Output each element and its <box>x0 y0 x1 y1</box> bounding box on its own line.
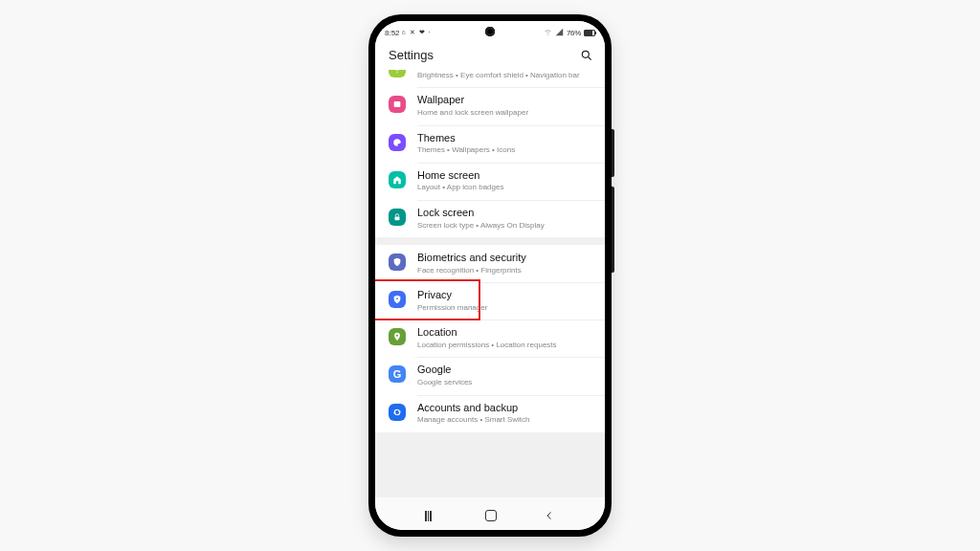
navigation-bar <box>375 501 605 530</box>
row-subtitle: Face recognition • Fingerprints <box>417 266 591 276</box>
row-subtitle: Google services <box>417 378 591 387</box>
settings-row-privacy[interactable]: PrivacyPermission manager <box>375 282 605 320</box>
row-label: Home screen <box>417 169 591 183</box>
settings-header: Settings <box>375 42 605 70</box>
battery-percent: 76% <box>567 29 581 37</box>
svg-point-9 <box>396 298 398 299</box>
settings-row-lockscreen[interactable]: Lock screenScreen lock type • Always On … <box>375 200 605 237</box>
row-subtitle: Screen lock type • Always On Display <box>417 221 591 231</box>
settings-row-display[interactable]: Brightness • Eye comfort shield • Naviga… <box>375 70 605 87</box>
row-text: ThemesThemes • Wallpapers • Icons <box>417 132 591 156</box>
row-label: Themes <box>417 132 591 145</box>
location-icon <box>389 328 406 345</box>
row-label: Lock screen <box>417 207 591 220</box>
wifi-icon <box>544 28 552 38</box>
svg-rect-7 <box>394 101 401 107</box>
row-text: Lock screenScreen lock type • Always On … <box>417 207 591 231</box>
settings-row-location[interactable]: LocationLocation permissions • Location … <box>375 320 605 357</box>
phone-frame: 8:52 ⌂ ✕ ❤ · 76% Settings Brightness • E… <box>368 14 612 537</box>
row-text: Biometrics and securityFace recognition … <box>417 252 591 276</box>
row-label: Accounts and backup <box>417 402 591 415</box>
row-label: Google <box>417 364 591 377</box>
display-icon <box>389 70 406 77</box>
svg-point-0 <box>582 51 589 57</box>
row-subtitle: Brightness • Eye comfort shield • Naviga… <box>417 71 591 80</box>
settings-group: Biometrics and securityFace recognition … <box>375 245 605 432</box>
row-subtitle: Manage accounts • Smart Switch <box>417 415 591 425</box>
row-subtitle: Layout • App icon badges <box>417 183 591 192</box>
privacy-icon <box>389 291 406 308</box>
search-icon[interactable] <box>580 49 593 62</box>
row-text: Brightness • Eye comfort shield • Naviga… <box>417 70 591 80</box>
row-text: Accounts and backupManage accounts • Sma… <box>417 402 591 426</box>
row-label: Privacy <box>417 289 591 302</box>
row-subtitle: Themes • Wallpapers • Icons <box>417 145 591 155</box>
phone-side-button <box>612 129 614 177</box>
settings-row-themes[interactable]: ThemesThemes • Wallpapers • Icons <box>375 125 605 163</box>
svg-point-2 <box>395 70 398 71</box>
accounts-icon <box>389 404 406 421</box>
row-text: PrivacyPermission manager <box>417 289 591 313</box>
homescreen-icon <box>389 171 406 188</box>
svg-rect-8 <box>395 216 400 220</box>
settings-row-google[interactable]: GGoogleGoogle services <box>375 357 605 394</box>
phone-side-button <box>612 187 614 273</box>
signal-icon <box>555 28 564 38</box>
front-camera-cutout <box>485 27 495 36</box>
row-subtitle: Home and lock screen wallpaper <box>417 108 591 118</box>
battery-icon <box>584 30 595 36</box>
nav-home-button[interactable] <box>485 510 497 521</box>
svg-line-1 <box>589 56 591 59</box>
row-subtitle: Location permissions • Location requests <box>417 341 591 350</box>
row-text: GoogleGoogle services <box>417 364 591 387</box>
row-label: Location <box>417 326 591 340</box>
row-label: Wallpaper <box>417 94 591 107</box>
page-title: Settings <box>389 48 434 62</box>
row-text: Home screenLayout • App icon badges <box>417 169 591 193</box>
themes-icon <box>389 134 406 151</box>
svg-point-10 <box>396 335 398 337</box>
settings-row-biometrics[interactable]: Biometrics and securityFace recognition … <box>375 245 605 282</box>
row-label: Biometrics and security <box>417 252 591 265</box>
google-icon: G <box>389 365 406 383</box>
wallpaper-icon <box>389 96 406 113</box>
row-text: WallpaperHome and lock screen wallpaper <box>417 94 591 118</box>
status-time: 8:52 <box>385 29 400 37</box>
settings-row-accounts[interactable]: Accounts and backupManage accounts • Sma… <box>375 395 605 432</box>
settings-group: Brightness • Eye comfort shield • Naviga… <box>375 70 605 237</box>
row-subtitle: Permission manager <box>417 303 591 313</box>
phone-screen: 8:52 ⌂ ✕ ❤ · 76% Settings Brightness • E… <box>375 21 605 530</box>
nav-recents-button[interactable] <box>425 511 438 521</box>
nav-back-button[interactable] <box>544 510 555 521</box>
lockscreen-icon <box>389 209 406 226</box>
settings-row-wallpaper[interactable]: WallpaperHome and lock screen wallpaper <box>375 87 605 124</box>
status-indicators: ⌂ ✕ ❤ · <box>402 29 432 36</box>
settings-list[interactable]: Brightness • Eye comfort shield • Naviga… <box>375 70 605 497</box>
settings-row-homescreen[interactable]: Home screenLayout • App icon badges <box>375 163 605 200</box>
row-text: LocationLocation permissions • Location … <box>417 326 591 350</box>
biometrics-icon <box>389 253 406 271</box>
